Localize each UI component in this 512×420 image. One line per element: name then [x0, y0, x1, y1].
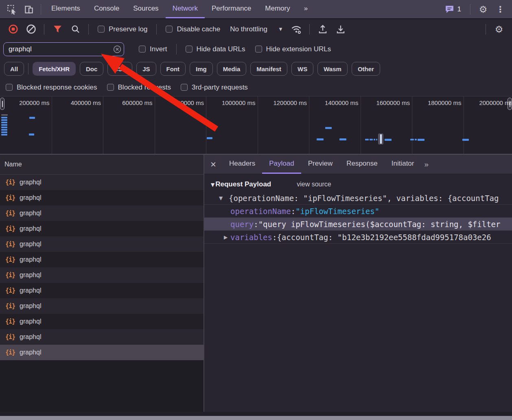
- throttling-select[interactable]: No throttling ▼: [230, 25, 283, 33]
- bottom-scrollbar[interactable]: [0, 416, 512, 420]
- detail-tab-response[interactable]: Response: [339, 155, 385, 174]
- timeline-tick-label: 600000 ms: [108, 99, 153, 106]
- waterfall-bar: [1, 131, 7, 133]
- request-row[interactable]: {i}graphql: [0, 329, 203, 345]
- clear-network-log-icon[interactable]: [25, 23, 37, 35]
- chip-wasm[interactable]: Wasm: [317, 62, 348, 76]
- chip-fetch-xhr[interactable]: Fetch/XHR: [33, 62, 76, 76]
- name-column-header[interactable]: Name: [0, 155, 203, 175]
- import-har-icon[interactable]: [317, 23, 329, 35]
- tab-sources[interactable]: Sources: [126, 0, 165, 18]
- clear-filter-icon[interactable]: [113, 45, 121, 53]
- disable-cache-checkbox[interactable]: Disable cache: [166, 25, 220, 33]
- request-row[interactable]: {i}graphql: [0, 345, 203, 360]
- close-panel-icon[interactable]: ×: [204, 159, 222, 170]
- device-toolbar-icon[interactable]: [23, 3, 35, 15]
- kebab-menu-icon[interactable]: ⋮: [494, 3, 506, 15]
- request-name: graphql: [20, 241, 41, 248]
- expand-triangle-icon[interactable]: ▶: [224, 234, 228, 240]
- request-row[interactable]: {i}graphql: [0, 236, 203, 252]
- tab-console[interactable]: Console: [87, 0, 126, 18]
- hide-extension-urls-checkbox[interactable]: Hide extension URLs: [255, 45, 331, 53]
- overview-left-handle[interactable]: [0, 98, 4, 110]
- request-row[interactable]: {i}graphql: [0, 175, 203, 190]
- chip-font[interactable]: Font: [160, 62, 186, 76]
- chip-js[interactable]: JS: [136, 62, 156, 76]
- hide-data-urls-label: Hide data URLs: [197, 45, 245, 53]
- filter-icon[interactable]: [51, 23, 63, 35]
- waterfall-bar: [325, 127, 332, 129]
- request-row[interactable]: {i}graphql: [0, 221, 203, 236]
- record-icon[interactable]: [7, 23, 19, 35]
- payload-segment: query: [230, 220, 254, 229]
- request-name: graphql: [20, 256, 41, 263]
- collapse-triangle-icon[interactable]: ▼: [211, 182, 214, 188]
- invert-checkbox[interactable]: Invert: [139, 45, 167, 53]
- json-request-icon: {i}: [5, 333, 15, 341]
- timeline-tick-label: 1400000 ms: [314, 99, 359, 106]
- issues-button[interactable]: 1: [444, 4, 461, 14]
- chip-css[interactable]: CSS: [107, 62, 132, 76]
- blocked-option-checkbox[interactable]: 3rd-party requests: [181, 83, 248, 92]
- request-row[interactable]: {i}graphql: [0, 298, 203, 314]
- tab-network[interactable]: Network: [166, 0, 205, 18]
- blocked-option-checkbox[interactable]: Blocked requests: [107, 83, 171, 92]
- tab-memory[interactable]: Memory: [258, 0, 297, 18]
- payload-tree-row[interactable]: operationName: "ipFlowTimeseries": [204, 205, 512, 218]
- throttling-value: No throttling: [230, 25, 267, 33]
- chip-manifest[interactable]: Manifest: [250, 62, 287, 76]
- settings-icon[interactable]: ⚙: [477, 3, 489, 15]
- payload-tree-row[interactable]: ▶variables: {accountTag: "b12e3b2192ee55…: [204, 231, 512, 244]
- search-icon[interactable]: [69, 23, 81, 35]
- json-request-icon: {i}: [5, 179, 15, 186]
- timeline-gridline: [412, 96, 412, 154]
- network-overview-timeline[interactable]: 200000 ms400000 ms600000 ms800000 ms1000…: [0, 96, 512, 155]
- chip-ws[interactable]: WS: [291, 62, 313, 76]
- request-row[interactable]: {i}graphql: [0, 314, 203, 329]
- preserve-log-checkbox[interactable]: Preserve log: [98, 25, 147, 33]
- tab-performance[interactable]: Performance: [205, 0, 258, 18]
- tab-label: Elements: [51, 4, 80, 13]
- hide-data-urls-checkbox[interactable]: Hide data URLs: [186, 45, 245, 53]
- inspect-element-icon[interactable]: [6, 3, 18, 15]
- issues-count: 1: [457, 5, 461, 13]
- chip-img[interactable]: Img: [190, 62, 213, 76]
- blocked-option-label: Blocked response cookies: [17, 83, 97, 92]
- checkbox-box: [6, 84, 13, 91]
- chip-media[interactable]: Media: [217, 62, 247, 76]
- waterfall-bar: [385, 139, 392, 141]
- detail-tab-preview[interactable]: Preview: [301, 155, 339, 174]
- detail-tab-payload[interactable]: Payload: [262, 155, 301, 174]
- payload-tree-row[interactable]: ▼{operationName: "ipFlowTimeseries", var…: [204, 192, 512, 205]
- request-row[interactable]: {i}graphql: [0, 190, 203, 206]
- payload-tree-row[interactable]: query: "query ipFlowTimeseries($accountT…: [204, 218, 512, 231]
- timeline-tick-label: 800000 ms: [159, 99, 204, 106]
- invert-label: Invert: [150, 45, 167, 53]
- timeline-tick-label: 1600000 ms: [365, 99, 410, 106]
- name-column-label: Name: [4, 161, 22, 168]
- network-settings-icon[interactable]: ⚙: [493, 23, 505, 35]
- request-row[interactable]: {i}graphql: [0, 206, 203, 221]
- request-row[interactable]: {i}graphql: [0, 283, 203, 298]
- filter-input[interactable]: [3, 42, 124, 56]
- detail-tab-initiator[interactable]: Initiator: [385, 155, 421, 174]
- tab-elements[interactable]: Elements: [44, 0, 87, 18]
- request-row[interactable]: {i}graphql: [0, 267, 203, 283]
- waterfall-bar: [207, 137, 212, 139]
- json-request-icon: {i}: [5, 256, 15, 263]
- request-row[interactable]: {i}graphql: [0, 252, 203, 267]
- export-har-icon[interactable]: [335, 23, 347, 35]
- more-panel-tabs-icon[interactable]: »: [297, 0, 315, 18]
- devtools-window: ElementsConsoleSourcesNetworkPerformance…: [0, 0, 512, 420]
- detail-tab-headers[interactable]: Headers: [222, 155, 262, 174]
- network-conditions-icon[interactable]: [290, 23, 302, 35]
- chip-other[interactable]: Other: [352, 62, 380, 76]
- expand-triangle-icon[interactable]: ▼: [219, 195, 223, 201]
- blocked-option-checkbox[interactable]: Blocked response cookies: [6, 83, 97, 92]
- more-detail-tabs-icon[interactable]: »: [424, 160, 428, 169]
- chip-doc[interactable]: Doc: [80, 62, 103, 76]
- payload-section-title: Request Payload: [215, 180, 271, 188]
- view-source-link[interactable]: view source: [297, 181, 331, 188]
- json-request-icon: {i}: [5, 241, 15, 248]
- chip-all[interactable]: All: [4, 62, 24, 76]
